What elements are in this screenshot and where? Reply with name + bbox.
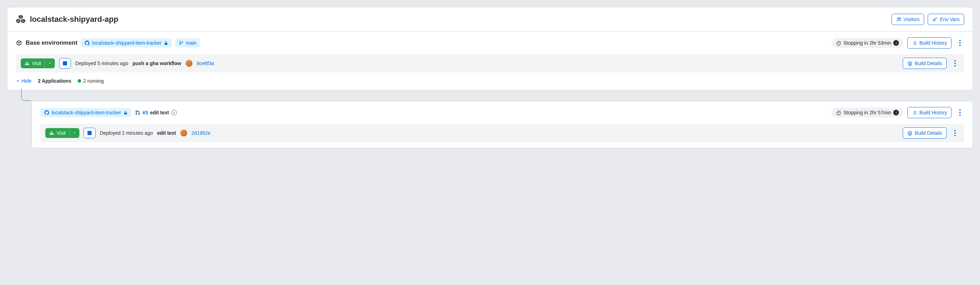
visit-label-pr: Visit [57,130,66,136]
commit-message-base: push a gha workflow [132,61,181,66]
caret-down-icon [73,131,76,135]
apps-count: 2 Applications [38,78,71,84]
pr-env-card: localstack-shipyard-item-tracker #3 edit… [32,101,973,148]
pull-request-icon [135,110,140,115]
deploy-left-base: Visit Deployed 5 minutes ago push a gha … [21,58,214,69]
kebab-menu-pr[interactable] [956,108,964,117]
branch-chip[interactable]: main [175,38,200,48]
svg-point-0 [897,18,899,19]
kebab-menu-deploy-base[interactable] [951,59,959,67]
kebab-menu-base[interactable] [956,39,964,47]
deploy-left-pr: Visit Deployed 2 minutes ago edit test 2… [45,128,210,138]
pr-env-left: localstack-shipyard-item-tracker #3 edit… [40,108,177,117]
github-icon [44,110,49,115]
visit-caret-base[interactable] [45,58,55,68]
repo-chip-pr[interactable]: localstack-shipyard-item-tracker [40,108,131,117]
hide-label: Hide [21,78,32,84]
commit-hash-pr[interactable]: 2d1952e [191,130,211,136]
stopping-chip-base: Stopping in 2hr 53min i [832,38,903,48]
build-details-button-base[interactable]: Build Details [903,58,947,69]
app-header: localstack-shipyard-app Visitors Env Var… [7,7,973,32]
hide-row: Hide 2 Applications 2 running [7,78,973,90]
cubes-icon [16,14,25,24]
pr-number: #3 [143,110,148,115]
stopwatch-icon [836,110,841,115]
avatar-pr [180,130,187,136]
lock-icon [123,110,128,115]
chevron-up-icon [16,79,20,83]
lock-icon [164,41,168,45]
pr-title: edit text [150,110,169,115]
base-env-left: Base environment localstack-shipyard-ite… [16,38,200,48]
commit-message-pr: edit test [157,130,176,136]
app-title-wrap: localstack-shipyard-app [16,14,118,24]
stop-icon [63,61,67,66]
build-history-button-pr[interactable]: Build History [907,107,951,118]
svg-point-4 [180,41,180,42]
build-details-button-pr[interactable]: Build Details [903,127,947,139]
running-status: 2 running [78,78,103,84]
envvars-button[interactable]: Env Vars [928,14,964,25]
layers-icon [907,61,913,66]
list-icon [912,40,917,46]
header-actions: Visitors Env Vars [891,14,964,25]
app-title: localstack-shipyard-app [30,15,118,24]
branch-name: main [186,40,196,46]
connector-line [21,88,31,101]
stopping-chip-pr: Stopping in 2hr 57min i [832,108,903,117]
svg-point-5 [180,44,180,45]
info-icon-outline[interactable]: i [171,110,177,115]
svg-point-1 [899,18,900,19]
status-dot-green [78,79,81,83]
kebab-menu-deploy-pr[interactable] [951,129,959,137]
pr-env-right: Stopping in 2hr 57min i Build History [832,107,964,118]
connector [21,90,973,101]
repo-name-pr: localstack-shipyard-item-tracker [52,110,121,115]
envvars-label: Env Vars [940,16,959,22]
commit-hash-base[interactable]: 8ce6f3a [197,61,214,66]
deployed-text-pr: Deployed 2 minutes ago [100,130,153,136]
build-details-label-base: Build Details [915,61,942,66]
layers-icon [907,131,913,136]
visitors-button[interactable]: Visitors [891,14,924,25]
stopping-text-base: Stopping in 2hr 53min [843,40,891,46]
visitors-icon [896,16,902,22]
hide-toggle[interactable]: Hide [16,78,32,84]
key-icon [932,16,938,22]
build-history-label-base: Build History [919,40,947,46]
avatar-base [186,60,192,67]
deploy-row-base: Visit Deployed 5 minutes ago push a gha … [16,54,964,72]
repo-name-base: localstack-shipyard-item-tracker [92,40,162,46]
svg-point-2 [933,19,935,21]
info-icon[interactable]: i [893,110,899,115]
stop-button-base[interactable] [59,58,71,69]
deploy-right-pr: Build Details [903,127,959,139]
deploy-row-pr: Visit Deployed 2 minutes ago edit test 2… [40,124,964,142]
visitors-label: Visitors [904,16,920,22]
svg-point-11 [138,114,140,115]
svg-point-6 [182,42,183,42]
build-history-button-base[interactable]: Build History [907,37,951,48]
visit-caret-pr[interactable] [69,128,80,138]
stop-icon [88,131,92,135]
app-card: localstack-shipyard-app Visitors Env Var… [7,7,973,90]
repo-chip-base[interactable]: localstack-shipyard-item-tracker [81,38,172,48]
base-env-right: Stopping in 2hr 53min i Build History [832,37,964,48]
branch-icon [179,40,184,45]
pr-env-header: localstack-shipyard-item-tracker #3 edit… [32,101,973,124]
stopping-text-pr: Stopping in 2hr 57min [843,110,891,115]
visit-group-pr: Visit [45,128,80,138]
visit-button-base[interactable]: Visit [21,58,45,68]
stop-button-pr[interactable] [84,128,95,138]
build-history-label-pr: Build History [919,110,947,115]
pr-label[interactable]: #3 edit text i [135,110,177,115]
build-details-label-pr: Build Details [915,130,942,136]
svg-point-9 [135,111,137,112]
svg-point-10 [135,114,137,115]
base-env-header: Base environment localstack-shipyard-ite… [7,32,973,54]
info-icon[interactable]: i [893,40,899,46]
visit-button-pr[interactable]: Visit [45,128,69,138]
visit-group-base: Visit [21,58,55,68]
base-env-label: Base environment [25,39,77,46]
svg-rect-8 [124,112,127,114]
